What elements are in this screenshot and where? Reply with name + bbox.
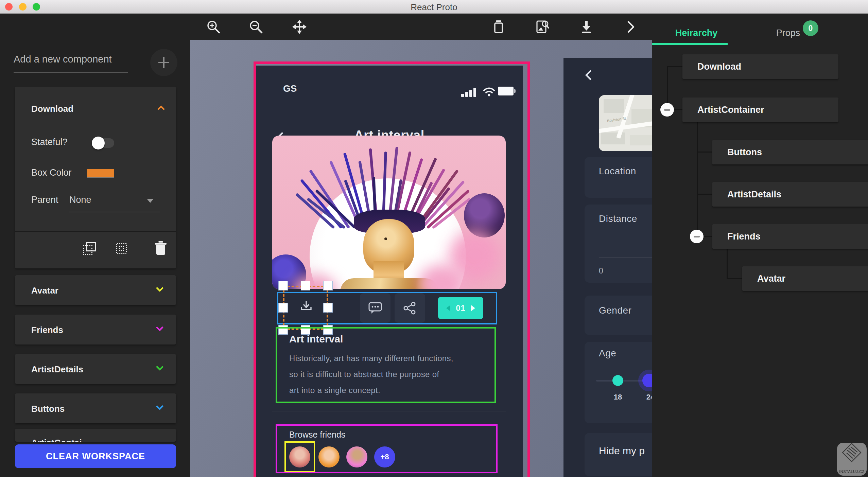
distance-value: 0 — [599, 266, 603, 276]
tree-wire — [702, 236, 712, 237]
box-color-swatch[interactable] — [87, 169, 114, 178]
component-card-artistdetails[interactable]: ArtistDetails — [15, 354, 176, 384]
tab-hierarchy[interactable]: Heirarchy — [666, 28, 727, 38]
age-max-value: 24 — [644, 393, 652, 402]
age-slider-min-knob[interactable] — [612, 375, 623, 386]
friend-avatar[interactable] — [346, 446, 367, 467]
app-window: React Proto Add a new component Download… — [0, 0, 868, 477]
distance-divider — [599, 258, 652, 258]
props-badge-count: 0 — [809, 24, 813, 33]
distance-card[interactable]: Distance 0 — [585, 205, 652, 283]
trash-icon[interactable] — [491, 19, 506, 35]
tree-wire — [697, 194, 712, 195]
friend-avatar[interactable] — [318, 446, 340, 467]
stateful-toggle[interactable] — [94, 138, 114, 148]
design-canvas[interactable]: GS Art interval — [190, 40, 652, 477]
chevron-right-icon[interactable] — [623, 19, 638, 35]
artwork-image — [272, 136, 506, 289]
tree-node-friends[interactable]: Friends — [712, 224, 868, 249]
component-card-title: Download — [31, 104, 73, 114]
clear-workspace-button[interactable]: CLEAR WORKSPACE — [15, 444, 176, 468]
resize-handle-w[interactable] — [278, 303, 288, 313]
chevron-up-icon[interactable] — [157, 105, 165, 113]
component-card-title: ArtistContai — [31, 438, 82, 442]
gender-card[interactable]: Gender — [585, 296, 652, 335]
share-button[interactable] — [395, 293, 425, 323]
hierarchy-panel: Heirarchy Props 0 Download ArtistContain… — [652, 14, 868, 477]
tree-node-label: Download — [697, 61, 741, 72]
resize-handle-e[interactable] — [323, 303, 333, 313]
collapse-node-button[interactable] — [660, 103, 674, 117]
resize-handle-ne[interactable] — [323, 281, 333, 290]
tree-wire — [727, 249, 728, 279]
map-thumbnail[interactable]: Boylston St — [599, 95, 652, 151]
flip-to-front-icon[interactable] — [83, 242, 96, 255]
pager-value: 01 — [456, 303, 466, 313]
tree-node-label: ArtistDetails — [727, 189, 781, 200]
selection-box-artistdetails[interactable]: Art interval Historically, art has many … — [276, 327, 496, 403]
flip-to-back-icon[interactable] — [115, 242, 128, 255]
zoom-out-icon[interactable] — [248, 19, 264, 35]
more-friends-badge[interactable]: +8 — [374, 446, 395, 467]
phone-mockup-main: GS Art interval — [256, 66, 523, 477]
card-footer — [15, 231, 176, 268]
component-card-download: Download Stateful? Box Color Parent None — [15, 87, 176, 268]
chevron-down-icon[interactable] — [156, 324, 164, 332]
instaluj-logo-icon — [837, 443, 867, 467]
export-image-icon[interactable] — [534, 19, 550, 35]
parent-select-value[interactable]: None — [69, 195, 91, 205]
pager-next-icon[interactable] — [471, 305, 475, 311]
comment-button[interactable] — [360, 293, 390, 323]
add-component-button[interactable] — [150, 49, 177, 76]
component-card-buttons[interactable]: Buttons — [15, 393, 176, 423]
age-slider-max-knob[interactable] — [642, 374, 652, 387]
stateful-label: Stateful? — [31, 137, 68, 147]
download-icon[interactable] — [578, 19, 594, 35]
friend-avatar[interactable] — [289, 446, 310, 467]
details-line: art into a single concept. — [289, 382, 380, 398]
clear-workspace-label: CLEAR WORKSPACE — [46, 451, 145, 462]
tree-node-label: ArtistContainer — [697, 105, 764, 115]
tree-node-avatar[interactable]: Avatar — [742, 266, 868, 291]
chevron-down-icon[interactable] — [147, 199, 154, 203]
download-tray-icon[interactable] — [299, 299, 313, 313]
tree-node-label: Avatar — [757, 273, 785, 284]
gender-label: Gender — [599, 305, 631, 316]
zoom-in-icon[interactable] — [206, 19, 221, 35]
tree-wire — [697, 152, 712, 153]
selection-box-download-element[interactable] — [283, 286, 328, 330]
pager-button[interactable]: 01 — [438, 297, 483, 319]
distance-label: Distance — [599, 213, 637, 224]
chevron-down-icon[interactable] — [156, 403, 164, 410]
chevron-down-icon[interactable] — [156, 284, 164, 292]
tree-node-artistcontainer[interactable]: ArtistContainer — [682, 98, 838, 122]
age-card[interactable]: Age 18 24 — [585, 342, 652, 423]
add-component-input[interactable]: Add a new component — [14, 54, 128, 73]
pager-prev-icon[interactable] — [446, 305, 450, 311]
resize-handle-nw[interactable] — [278, 281, 288, 290]
component-card-friends[interactable]: Friends — [15, 315, 176, 344]
tree-node-label: Friends — [727, 231, 761, 242]
wifi-icon — [483, 87, 495, 97]
toggle-knob[interactable] — [92, 137, 105, 149]
hide-profile-label: Hide my p — [599, 445, 645, 457]
tree-node-buttons[interactable]: Buttons — [712, 140, 868, 164]
add-component-placeholder: Add a new component — [14, 54, 112, 65]
chevron-down-icon[interactable] — [156, 363, 164, 371]
plus-icon — [163, 57, 164, 68]
more-friends-count: +8 — [380, 453, 389, 461]
hide-profile-card[interactable]: Hide my p — [585, 433, 652, 476]
collapse-node-button[interactable] — [690, 230, 704, 243]
component-card-avatar[interactable]: Avatar — [15, 275, 176, 305]
location-card[interactable]: Location — [585, 157, 652, 198]
back-icon[interactable] — [585, 70, 595, 80]
box-color-label: Box Color — [31, 167, 72, 178]
tree-node-download[interactable]: Download — [682, 54, 838, 79]
component-card-artistcontainer-partial[interactable]: ArtistContai — [15, 429, 176, 442]
tree-wire — [727, 278, 742, 279]
component-card-title: ArtistDetails — [31, 364, 83, 375]
delete-component-icon[interactable] — [155, 241, 167, 255]
move-icon[interactable] — [292, 19, 307, 35]
tree-node-artistdetails[interactable]: ArtistDetails — [712, 182, 868, 207]
resize-handle-n[interactable] — [301, 281, 310, 290]
